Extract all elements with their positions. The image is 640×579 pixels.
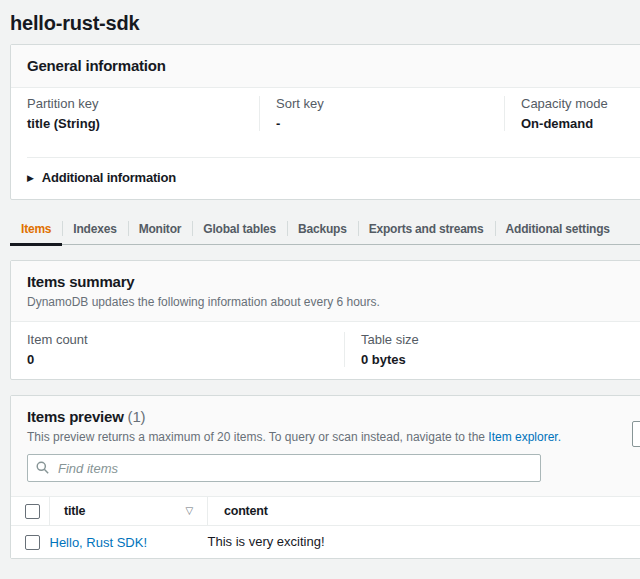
tab-global-tables[interactable]: Global tables [192,213,287,244]
title-column-label: title [64,504,85,518]
table-size-field: Table size 0 bytes [344,332,640,367]
row-content-cell: This is very exciting! [208,525,640,558]
tab-monitor[interactable]: Monitor [128,213,193,244]
content-column-header: content [208,497,640,525]
general-information-header: General information [11,45,640,88]
find-items-input[interactable] [27,454,541,482]
find-items-search [27,454,541,482]
partition-key-label: Partition key [27,96,243,111]
items-summary-title: Items summary [27,273,134,290]
item-count-field: Item count 0 [11,332,344,367]
item-explorer-link[interactable]: Item explorer. [488,430,561,444]
sort-key-field: Sort key - [259,96,504,131]
items-preview-description: This preview returns a maximum of 20 ite… [27,430,640,444]
dynamodb-table-page: hello-rust-sdk General information Parti… [0,12,640,559]
partition-key-field: Partition key title (String) [11,96,259,131]
tab-additional-settings[interactable]: Additional settings [495,213,621,244]
row-checkbox-cell [11,525,50,558]
select-all-header-cell [11,497,50,525]
table-row: Hello, Rust SDK! This is very exciting! [11,525,640,558]
sort-key-label: Sort key [276,96,488,111]
general-information-title: General information [27,57,166,74]
title-column-header[interactable]: title ▽ [50,497,208,525]
content-column-label: content [224,504,268,518]
tab-items[interactable]: Items [10,213,62,244]
general-information-fields: Partition key title (String) Sort key - … [11,88,640,157]
items-preview-header: Items preview (1) This preview returns a… [11,396,640,497]
row-checkbox[interactable] [25,535,40,550]
select-all-checkbox[interactable] [25,504,40,519]
tab-backups[interactable]: Backups [287,213,358,244]
item-count-value: 0 [27,352,328,367]
sort-key-value: - [276,116,488,131]
items-summary-description: DynamoDB updates the following informati… [27,295,640,309]
items-preview-title: Items preview (1) [27,408,145,425]
partition-key-value: title (String) [27,116,243,131]
items-summary-card: Items summary DynamoDB updates the follo… [10,260,640,380]
items-preview-card: Items preview (1) This preview returns a… [10,395,640,559]
search-icon [36,461,49,474]
sort-indicator-icon[interactable]: ▽ [186,505,194,516]
item-title-link[interactable]: Hello, Rust SDK! [50,535,148,550]
capacity-mode-field: Capacity mode On-demand [504,96,640,131]
tab-indexes[interactable]: Indexes [62,213,127,244]
table-tabs: Items Indexes Monitor Global tables Back… [10,213,640,245]
capacity-mode-value: On-demand [521,116,640,131]
table-size-value: 0 bytes [361,352,640,367]
items-table-header-row: title ▽ content [11,497,640,525]
additional-information-expander[interactable]: ▶ Additional information [27,157,640,199]
row-title-cell: Hello, Rust SDK! [50,525,208,558]
general-information-card: General information Partition key title … [10,44,640,200]
items-summary-header: Items summary DynamoDB updates the follo… [11,261,640,322]
capacity-mode-label: Capacity mode [521,96,640,111]
table-size-label: Table size [361,332,640,347]
page-title: hello-rust-sdk [10,12,640,34]
tab-exports-and-streams[interactable]: Exports and streams [358,213,495,244]
additional-information-label: Additional information [42,170,176,185]
items-table: title ▽ content [11,497,640,558]
items-summary-fields: Item count 0 Table size 0 bytes [11,322,640,379]
item-count-label: Item count [27,332,328,347]
cutoff-action-button[interactable] [632,421,640,447]
expand-caret-icon: ▶ [27,173,34,183]
items-preview-count: (1) [128,408,146,425]
